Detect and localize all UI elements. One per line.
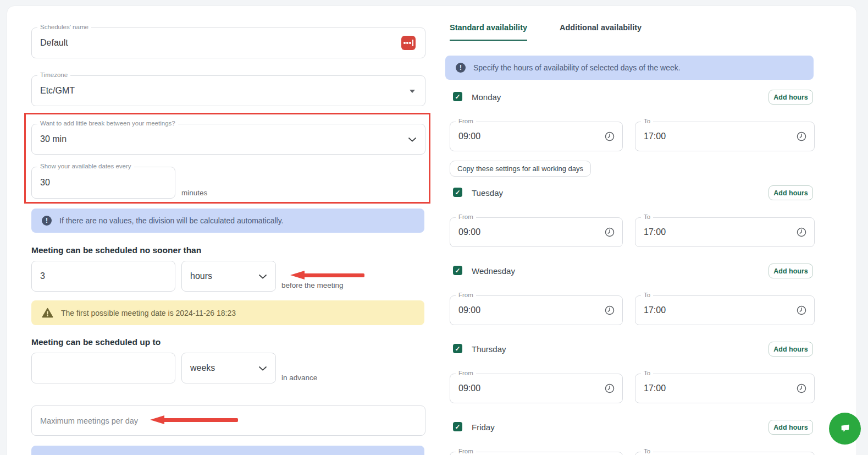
max-advance-unit-select[interactable]: weeks [181, 353, 276, 383]
add-hours-button-wednesday[interactable]: Add hours [769, 264, 813, 278]
add-hours-button-friday[interactable]: Add hours [769, 420, 813, 435]
caret-down-icon [410, 90, 415, 93]
chevron-down-icon [259, 271, 267, 281]
slot-interval-field: Show your available dates every [31, 167, 175, 199]
add-hours-button-monday[interactable]: Add hours [769, 90, 813, 105]
clock-icon[interactable] [796, 227, 807, 238]
monday-from-field: From [450, 122, 623, 151]
clock-icon[interactable] [796, 131, 807, 142]
min-notice-value-input[interactable] [32, 261, 175, 291]
tab-standard-availability[interactable]: Standard availability [450, 23, 527, 41]
add-hours-button-tuesday[interactable]: Add hours [769, 185, 813, 200]
add-hours-button-thursday[interactable]: Add hours [769, 342, 813, 357]
info-icon: ! [42, 216, 52, 226]
info-icon: ! [456, 63, 466, 73]
slot-interval-input[interactable] [32, 167, 175, 198]
availability-info-text: Specify the hours of availability of sel… [473, 63, 681, 72]
timezone-select[interactable]: Timezone Etc/GMT [31, 75, 425, 106]
max-advance-value-field [31, 353, 175, 383]
break-between-meetings-value: 30 min [40, 134, 67, 144]
monday-to-input[interactable] [635, 122, 814, 151]
thursday-from-input[interactable] [450, 374, 622, 403]
thursday-checkbox[interactable]: ✓ [453, 344, 462, 353]
chat-bubble-icon [837, 420, 853, 437]
wednesday-from-field: From [450, 295, 623, 325]
bottom-info-banner [31, 446, 424, 455]
min-notice-unit-select[interactable]: hours [181, 261, 276, 292]
timezone-label: Timezone [37, 72, 70, 78]
timezone-value: Etc/GMT [40, 86, 75, 96]
friday-to-field: To [635, 452, 815, 455]
first-date-warning-banner: The first possible meeting date is 2024-… [31, 300, 424, 325]
tuesday-to-field: To [635, 217, 815, 247]
annotation-arrow [290, 271, 364, 280]
day-label: Thursday [472, 344, 506, 354]
clock-icon[interactable] [604, 383, 615, 394]
clock-icon[interactable] [604, 131, 615, 142]
warning-icon [42, 308, 53, 318]
friday-checkbox[interactable]: ✓ [453, 422, 462, 431]
chevron-down-icon [408, 134, 416, 144]
thursday-from-field: From [450, 374, 623, 403]
tuesday-from-input[interactable] [450, 218, 622, 246]
monday-to-field: To [635, 122, 815, 151]
friday-to-input[interactable] [635, 452, 814, 455]
tuesday-checkbox[interactable]: ✓ [453, 188, 462, 197]
max-advance-unit-value: weeks [190, 363, 215, 373]
copy-settings-button[interactable]: Copy these settings for all working days [450, 161, 591, 177]
thursday-to-input[interactable] [635, 374, 814, 403]
break-between-meetings-label: Want to add little break between your me… [37, 120, 178, 127]
schedule-name-input[interactable] [32, 28, 425, 58]
schedule-name-field: Schedules' name [31, 28, 425, 58]
friday-from-input[interactable] [450, 452, 622, 455]
tab-additional-availability[interactable]: Additional availability [560, 23, 642, 40]
annotation-arrow [150, 415, 238, 425]
min-notice-unit-value: hours [190, 271, 212, 281]
clock-icon[interactable] [604, 305, 615, 316]
day-label: Wednesday [472, 266, 515, 276]
wednesday-to-input[interactable] [635, 296, 814, 325]
break-between-meetings-select[interactable]: Want to add little break between your me… [31, 124, 425, 155]
chat-widget-button[interactable] [829, 413, 861, 445]
before-meeting-label: before the meeting [281, 281, 344, 289]
in-advance-label: in advance [281, 374, 317, 382]
wednesday-to-field: To [635, 295, 815, 325]
tuesday-from-field: From [450, 217, 623, 247]
tuesday-to-input[interactable] [635, 218, 814, 246]
extension-badge-icon[interactable] [401, 36, 416, 50]
day-label: Tuesday [472, 188, 503, 198]
first-date-warning-text: The first possible meeting date is 2024-… [61, 309, 236, 317]
division-info-text: If there are no values, the division wil… [59, 216, 284, 225]
thursday-to-field: To [635, 374, 815, 403]
monday-checkbox[interactable]: ✓ [453, 92, 462, 101]
max-advance-heading: Meeting can be scheduled up to [31, 337, 161, 347]
min-notice-value-field [31, 261, 175, 292]
wednesday-from-input[interactable] [450, 296, 622, 325]
day-label: Monday [472, 92, 501, 102]
clock-icon[interactable] [796, 305, 807, 316]
schedule-settings-page: Schedules' name Timezone Etc/GMT Want to… [0, 0, 868, 455]
min-notice-heading: Meeting can be scheduled no sooner than [31, 245, 201, 255]
wednesday-checkbox[interactable]: ✓ [453, 266, 462, 275]
friday-from-field: From [450, 452, 623, 455]
monday-from-input[interactable] [450, 122, 622, 151]
clock-icon[interactable] [796, 383, 807, 394]
chevron-down-icon [259, 363, 267, 373]
division-info-banner: ! If there are no values, the division w… [31, 209, 424, 233]
minutes-suffix-label: minutes [181, 189, 207, 197]
availability-info-banner: ! Specify the hours of availability of s… [445, 56, 814, 80]
clock-icon[interactable] [604, 227, 615, 238]
day-label: Friday [472, 423, 495, 432]
max-advance-value-input[interactable] [32, 353, 175, 383]
